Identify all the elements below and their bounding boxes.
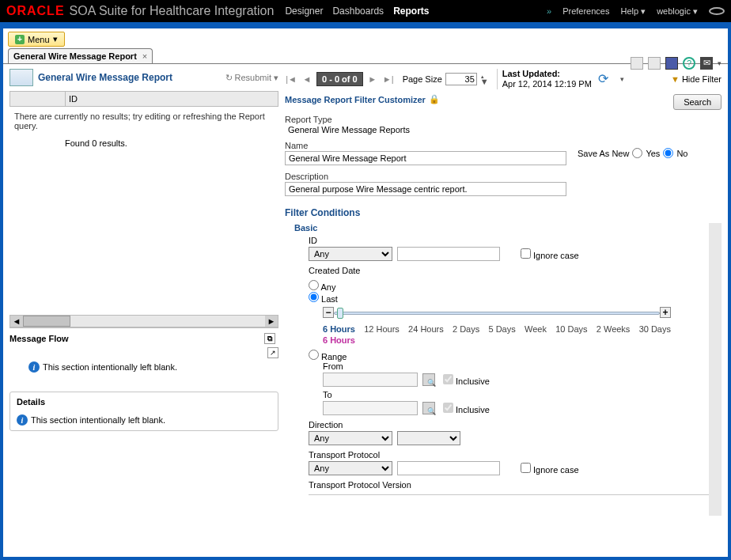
chevron-down-icon: ▾ [274,73,278,83]
name-label: Name [285,141,570,150]
basic-heading: Basic [294,223,709,233]
spinner-icon[interactable]: ▲▼ [480,74,489,84]
chevron-down-icon[interactable]: ▾ [718,59,722,67]
save-as-no-radio[interactable] [663,148,673,158]
date-last-radio-row[interactable]: Last [309,294,338,304]
search-button[interactable]: Search [673,94,722,110]
name-input[interactable] [285,151,566,165]
funnel-icon: ▼ [671,74,680,84]
filter-title: Message Report Filter Customizer 🔒 [285,94,440,104]
report-title: General Wire Message Report [38,72,172,83]
save-as-yes-radio[interactable] [632,148,642,158]
transport-protocol-ignore-case-checkbox[interactable] [521,463,531,473]
scroll-down-icon[interactable]: ▼ [709,503,722,516]
status-icon [709,7,725,15]
scroll-left-icon[interactable]: ◄ [10,316,23,327]
page-size-input[interactable] [445,73,477,85]
report-type-row: Report Type General Wire Message Reports [285,115,722,134]
scroll-up-icon[interactable]: ▲ [709,223,722,236]
scroll-right-icon[interactable]: ► [265,316,278,327]
info-icon: i [28,361,40,373]
transport-protocol-input[interactable] [397,461,500,475]
to-label: To [323,390,709,399]
details-blank: i This section intentionally left blank. [17,411,271,426]
time-slider[interactable]: − + [323,307,671,321]
transport-protocol-operator-select[interactable]: Any [309,461,392,475]
from-inclusive-checkbox [443,374,453,384]
to-input [323,401,418,415]
preferences-link[interactable]: Preferences [562,6,609,16]
slider-tick-labels: 6 Hours 12 Hours 24 Hours 2 Days 5 Days … [323,324,671,334]
open-icon[interactable] [631,57,643,70]
id-label: ID [309,236,709,245]
id-value-input[interactable] [397,247,500,261]
restore-icon[interactable]: ⧉ [264,333,275,344]
save-icon[interactable] [648,57,661,70]
scroll-thumb[interactable] [709,236,722,255]
resubmit-button[interactable]: ↻ Resubmit ▾ [225,73,278,83]
chevron-down-icon[interactable]: ▾ [620,75,624,83]
pager-next-icon[interactable]: ► [366,73,379,85]
date-range-radio-row[interactable]: Range [309,352,347,361]
slider-minus-icon[interactable]: − [323,307,334,318]
date-any-radio-row[interactable]: Any [309,282,335,292]
info-icon: i [17,414,28,426]
nav-dashboards[interactable]: Dashboards [332,6,384,17]
page-info: 0 - 0 of 0 [316,72,363,86]
col-checkbox[interactable] [10,92,66,106]
app-title: SOA Suite for Healthcare Integration [70,4,275,18]
report-grid-icon [9,69,33,86]
message-flow-header: Message Flow ⧉ [9,333,278,344]
col-id-header[interactable]: ID [66,92,278,106]
pager-last-icon[interactable]: ►| [382,73,395,85]
last-updated: Last Updated: Apr 12, 2014 12:19 PM [497,69,592,89]
pager-first-icon[interactable]: |◄ [285,73,297,85]
user-menu[interactable]: weblogic ▾ [657,6,698,17]
pager-prev-icon[interactable]: ◄ [301,73,313,85]
back-forward-icon[interactable]: » [547,6,551,16]
transport-protocol-version-label: Transport Protocol Version [309,480,709,490]
hide-filter-button[interactable]: ▼ Hide Filter [671,74,722,84]
disk-icon[interactable] [665,57,678,70]
from-datepicker-icon[interactable] [422,373,435,386]
resubmit-icon: ↻ [225,73,233,83]
id-ignore-case-checkbox[interactable] [521,248,531,259]
help-menu[interactable]: Help ▾ [620,6,646,17]
direction-operator-select[interactable]: Any [309,431,392,445]
id-operator-select[interactable]: Any [309,247,392,261]
primary-nav: Designer Dashboards Reports [280,6,434,17]
email-icon[interactable]: ✉ [700,57,713,70]
horizontal-scrollbar[interactable]: ◄ ► [9,315,278,327]
close-tab-icon[interactable]: × [142,51,147,61]
message-flow-blank: i This section intentionally left blank. [9,358,278,373]
menu-button[interactable]: + Menu ▾ [8,32,65,47]
slider-plus-icon[interactable]: + [660,307,671,318]
details-panel: Details i This section intentionally lef… [9,392,278,431]
plus-icon: + [15,35,25,44]
to-datepicker-icon[interactable] [422,402,435,414]
content-chrome: + Menu ▾ ? ✉ ▾ General Wire Message Repo… [0,22,731,560]
nav-reports[interactable]: Reports [393,6,429,17]
details-title: Details [17,397,271,407]
date-last-radio[interactable] [309,292,319,302]
nav-designer[interactable]: Designer [285,6,323,17]
scroll-thumb[interactable] [23,316,70,327]
doc-tab-general-wire[interactable]: General Wire Message Report × [8,48,153,63]
page-size-label: Page Size [403,74,442,84]
date-range-radio[interactable] [309,350,319,360]
no-results-text: There are currently no results; try edit… [9,107,278,135]
filter-header: Message Report Filter Customizer 🔒 Searc… [285,94,722,110]
help-icon[interactable]: ? [683,57,695,70]
report-header: General Wire Message Report ↻ Resubmit ▾ [9,69,278,86]
slider-track[interactable] [334,312,660,315]
refresh-icon[interactable]: ⟳ [598,71,614,87]
expand-icon[interactable]: ↗ [267,347,278,358]
description-input[interactable] [285,182,566,196]
results-header-row: ID [9,91,278,107]
direction-value-select[interactable] [397,431,460,445]
menu-button-label: Menu [28,35,50,44]
created-date-label: Created Date [309,266,709,275]
slider-thumb[interactable] [337,308,343,319]
vertical-scrollbar[interactable]: ▲ ▼ [709,223,722,516]
date-any-radio[interactable] [309,280,319,290]
